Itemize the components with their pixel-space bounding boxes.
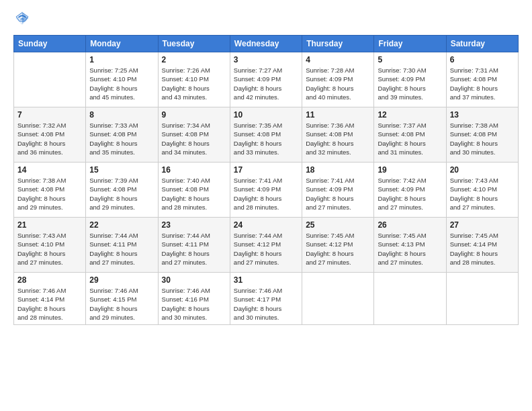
day-number: 2 [162, 55, 226, 64]
day-info: Sunrise: 7:46 AM Sunset: 4:16 PM Dayligh… [162, 286, 226, 322]
day-info: Sunrise: 7:31 AM Sunset: 4:08 PM Dayligh… [450, 66, 515, 101]
day-number: 9 [162, 110, 226, 120]
calendar-cell [374, 273, 446, 325]
day-number: 18 [306, 165, 370, 175]
day-number: 29 [89, 275, 154, 285]
day-info: Sunrise: 7:30 AM Sunset: 4:09 PM Dayligh… [378, 66, 442, 101]
day-number: 13 [450, 110, 515, 120]
calendar-cell: 15Sunrise: 7:39 AM Sunset: 4:08 PM Dayli… [86, 163, 158, 218]
calendar-cell: 26Sunrise: 7:45 AM Sunset: 4:13 PM Dayli… [374, 218, 446, 273]
calendar-cell: 8Sunrise: 7:33 AM Sunset: 4:08 PM Daylig… [86, 107, 158, 163]
day-number: 20 [450, 165, 515, 175]
logo-icon [15, 11, 30, 26]
calendar-cell: 13Sunrise: 7:38 AM Sunset: 4:08 PM Dayli… [446, 107, 518, 163]
calendar-cell: 2Sunrise: 7:26 AM Sunset: 4:10 PM Daylig… [158, 52, 230, 107]
calendar-cell [14, 52, 86, 107]
day-number: 22 [89, 220, 154, 230]
calendar-cell: 23Sunrise: 7:44 AM Sunset: 4:11 PM Dayli… [158, 218, 230, 273]
day-info: Sunrise: 7:40 AM Sunset: 4:08 PM Dayligh… [162, 176, 226, 212]
calendar-cell: 12Sunrise: 7:37 AM Sunset: 4:08 PM Dayli… [374, 107, 446, 163]
day-info: Sunrise: 7:43 AM Sunset: 4:10 PM Dayligh… [450, 176, 515, 212]
day-number: 31 [234, 275, 298, 285]
day-info: Sunrise: 7:34 AM Sunset: 4:08 PM Dayligh… [162, 121, 226, 156]
day-number: 30 [162, 275, 226, 285]
page-header [13, 11, 519, 28]
calendar-cell: 1Sunrise: 7:25 AM Sunset: 4:10 PM Daylig… [86, 52, 158, 107]
column-header-saturday: Saturday [446, 36, 518, 52]
day-number: 23 [162, 220, 226, 230]
day-info: Sunrise: 7:26 AM Sunset: 4:10 PM Dayligh… [162, 66, 226, 101]
day-number: 27 [450, 220, 515, 230]
day-info: Sunrise: 7:35 AM Sunset: 4:08 PM Dayligh… [234, 121, 298, 156]
calendar-cell: 6Sunrise: 7:31 AM Sunset: 4:08 PM Daylig… [446, 52, 518, 107]
day-number: 5 [378, 55, 442, 64]
day-number: 11 [306, 110, 370, 120]
column-header-friday: Friday [374, 36, 446, 52]
calendar-cell [302, 273, 374, 325]
calendar-cell: 25Sunrise: 7:45 AM Sunset: 4:12 PM Dayli… [302, 218, 374, 273]
calendar-cell: 4Sunrise: 7:28 AM Sunset: 4:09 PM Daylig… [302, 52, 374, 107]
calendar-cell: 30Sunrise: 7:46 AM Sunset: 4:16 PM Dayli… [158, 273, 230, 325]
calendar-cell: 10Sunrise: 7:35 AM Sunset: 4:08 PM Dayli… [230, 107, 302, 163]
day-info: Sunrise: 7:45 AM Sunset: 4:13 PM Dayligh… [378, 231, 442, 267]
day-info: Sunrise: 7:28 AM Sunset: 4:09 PM Dayligh… [306, 66, 370, 101]
day-info: Sunrise: 7:37 AM Sunset: 4:08 PM Dayligh… [378, 121, 442, 156]
day-info: Sunrise: 7:44 AM Sunset: 4:12 PM Dayligh… [234, 231, 298, 267]
logo [13, 11, 30, 28]
day-info: Sunrise: 7:46 AM Sunset: 4:17 PM Dayligh… [234, 286, 298, 322]
day-info: Sunrise: 7:38 AM Sunset: 4:08 PM Dayligh… [17, 176, 82, 212]
day-info: Sunrise: 7:45 AM Sunset: 4:14 PM Dayligh… [450, 231, 515, 267]
calendar-cell [446, 273, 518, 325]
calendar-cell: 7Sunrise: 7:32 AM Sunset: 4:08 PM Daylig… [14, 107, 86, 163]
calendar-cell: 16Sunrise: 7:40 AM Sunset: 4:08 PM Dayli… [158, 163, 230, 218]
day-info: Sunrise: 7:38 AM Sunset: 4:08 PM Dayligh… [450, 121, 515, 156]
day-info: Sunrise: 7:46 AM Sunset: 4:15 PM Dayligh… [89, 286, 154, 322]
day-info: Sunrise: 7:46 AM Sunset: 4:14 PM Dayligh… [17, 286, 82, 322]
column-header-thursday: Thursday [302, 36, 374, 52]
day-number: 15 [89, 165, 154, 175]
day-info: Sunrise: 7:42 AM Sunset: 4:09 PM Dayligh… [378, 176, 442, 212]
column-header-wednesday: Wednesday [230, 36, 302, 52]
calendar-cell: 20Sunrise: 7:43 AM Sunset: 4:10 PM Dayli… [446, 163, 518, 218]
day-info: Sunrise: 7:41 AM Sunset: 4:09 PM Dayligh… [306, 176, 370, 212]
calendar-cell: 19Sunrise: 7:42 AM Sunset: 4:09 PM Dayli… [374, 163, 446, 218]
day-number: 26 [378, 220, 442, 230]
calendar-table: SundayMondayTuesdayWednesdayThursdayFrid… [13, 35, 519, 325]
day-number: 17 [234, 165, 298, 175]
column-header-tuesday: Tuesday [158, 36, 230, 52]
calendar-cell: 31Sunrise: 7:46 AM Sunset: 4:17 PM Dayli… [230, 273, 302, 325]
calendar-cell: 17Sunrise: 7:41 AM Sunset: 4:09 PM Dayli… [230, 163, 302, 218]
day-info: Sunrise: 7:45 AM Sunset: 4:12 PM Dayligh… [306, 231, 370, 267]
day-info: Sunrise: 7:41 AM Sunset: 4:09 PM Dayligh… [234, 176, 298, 212]
day-info: Sunrise: 7:27 AM Sunset: 4:09 PM Dayligh… [234, 66, 298, 101]
day-number: 14 [17, 165, 82, 175]
day-info: Sunrise: 7:36 AM Sunset: 4:08 PM Dayligh… [306, 121, 370, 156]
day-number: 4 [306, 55, 370, 64]
calendar-cell: 22Sunrise: 7:44 AM Sunset: 4:11 PM Dayli… [86, 218, 158, 273]
day-info: Sunrise: 7:39 AM Sunset: 4:08 PM Dayligh… [89, 176, 154, 212]
calendar-cell: 24Sunrise: 7:44 AM Sunset: 4:12 PM Dayli… [230, 218, 302, 273]
calendar-cell: 9Sunrise: 7:34 AM Sunset: 4:08 PM Daylig… [158, 107, 230, 163]
day-number: 24 [234, 220, 298, 230]
day-number: 16 [162, 165, 226, 175]
day-info: Sunrise: 7:25 AM Sunset: 4:10 PM Dayligh… [89, 66, 154, 101]
calendar-cell: 3Sunrise: 7:27 AM Sunset: 4:09 PM Daylig… [230, 52, 302, 107]
day-number: 12 [378, 110, 442, 120]
column-header-monday: Monday [86, 36, 158, 52]
day-number: 25 [306, 220, 370, 230]
day-info: Sunrise: 7:44 AM Sunset: 4:11 PM Dayligh… [162, 231, 226, 267]
calendar-cell: 11Sunrise: 7:36 AM Sunset: 4:08 PM Dayli… [302, 107, 374, 163]
day-info: Sunrise: 7:33 AM Sunset: 4:08 PM Dayligh… [89, 121, 154, 156]
day-number: 28 [17, 275, 82, 285]
day-number: 19 [378, 165, 442, 175]
day-info: Sunrise: 7:43 AM Sunset: 4:10 PM Dayligh… [17, 231, 82, 267]
day-number: 8 [89, 110, 154, 120]
calendar-cell: 27Sunrise: 7:45 AM Sunset: 4:14 PM Dayli… [446, 218, 518, 273]
calendar-cell: 5Sunrise: 7:30 AM Sunset: 4:09 PM Daylig… [374, 52, 446, 107]
day-number: 6 [450, 55, 515, 64]
day-number: 10 [234, 110, 298, 120]
day-info: Sunrise: 7:44 AM Sunset: 4:11 PM Dayligh… [89, 231, 154, 267]
day-number: 21 [17, 220, 82, 230]
calendar-cell: 29Sunrise: 7:46 AM Sunset: 4:15 PM Dayli… [86, 273, 158, 325]
calendar-cell: 14Sunrise: 7:38 AM Sunset: 4:08 PM Dayli… [14, 163, 86, 218]
